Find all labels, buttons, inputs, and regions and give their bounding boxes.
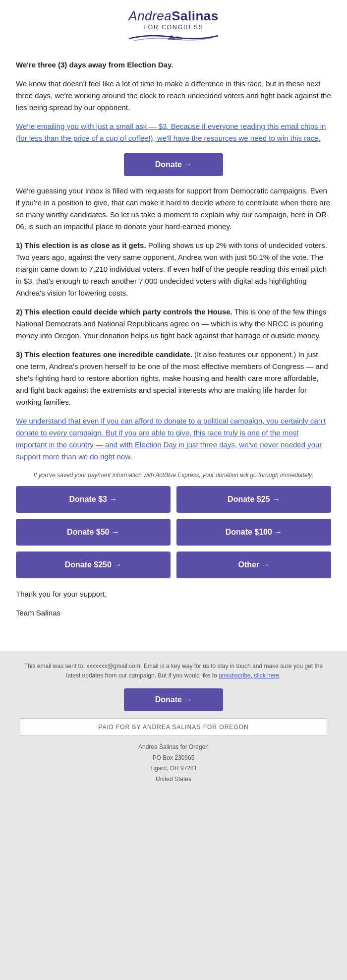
address-line2: PO Box 230965 xyxy=(20,753,327,764)
point3: 3) This election features one incredible… xyxy=(16,349,331,408)
address-line3: Tigard, OR 97281 xyxy=(20,763,327,774)
footer: This email was sent to: xxxxxxx@gmail.co… xyxy=(0,651,347,792)
donate-50-button[interactable]: Donate $50 → xyxy=(16,519,171,546)
footer-address: Andrea Salinas for Oregon PO Box 230965 … xyxy=(20,742,327,785)
footer-donate-button[interactable]: Donate → xyxy=(124,688,223,711)
para2-em: where xyxy=(215,198,235,207)
email-wrapper: AndreaSalinas for Congress We're three (… xyxy=(0,0,347,792)
thanks-line1: Thank you for your support, xyxy=(16,588,331,600)
point3-bold: 3) This election features one incredible… xyxy=(16,350,192,359)
logo: AndreaSalinas for Congress xyxy=(124,9,223,43)
donate-other-button[interactable]: Other → xyxy=(176,551,331,578)
link2-every: every xyxy=(49,429,67,437)
link2-para: We understand that even if you can affor… xyxy=(16,415,331,463)
logo-sub: for Congress xyxy=(124,24,223,31)
donate-grid: Donate $3 →Donate $25 →Donate $50 →Donat… xyxy=(16,486,331,578)
link2-anchor[interactable]: We understand that even if you can affor… xyxy=(16,417,326,461)
para2: We're guessing your inbox is filled with… xyxy=(16,185,331,233)
main-donate-button[interactable]: Donate → xyxy=(124,153,223,176)
footer-note-text: This email was sent to: xxxxxxx@gmail.co… xyxy=(24,663,323,679)
address-line4: United States xyxy=(20,774,327,785)
address-line1: Andrea Salinas for Oregon xyxy=(20,742,327,753)
point1: 1) This election is as close as it gets.… xyxy=(16,240,331,299)
point2: 2) This election could decide which part… xyxy=(16,306,331,342)
donate-100-button[interactable]: Donate $100 → xyxy=(176,519,331,546)
header: AndreaSalinas for Congress xyxy=(0,0,347,48)
thanks-line2: Team Salinas xyxy=(16,607,331,619)
footer-donate-wrap: Donate → xyxy=(20,688,327,711)
footer-note: This email was sent to: xxxxxxx@gmail.co… xyxy=(20,662,327,680)
point1-bold: 1) This election is as close as it gets. xyxy=(16,241,146,249)
point2-bold: 2) This election could decide which part… xyxy=(16,307,232,316)
unsubscribe-link[interactable]: unsubscribe, click here xyxy=(219,672,279,679)
paid-for-box: PAID FOR BY ANDREA SALINAS FOR OREGON xyxy=(20,718,327,736)
donate-link[interactable]: We're emailing you with just a small ask… xyxy=(16,122,326,142)
main-donate-btn-wrap: Donate → xyxy=(16,153,331,176)
logo-name: AndreaSalinas xyxy=(124,9,223,23)
main-content: We're three (3) days away from Election … xyxy=(0,48,347,631)
donate-3-button[interactable]: Donate $3 → xyxy=(16,486,171,513)
logo-swoosh xyxy=(124,33,223,43)
actblue-note: If you've saved your payment information… xyxy=(16,471,331,480)
thanks-section: Thank you for your support, Team Salinas xyxy=(16,588,331,619)
link-para: We're emailing you with just a small ask… xyxy=(16,121,331,144)
bold-heading: We're three (3) days away from Election … xyxy=(16,59,331,71)
para1: We know that doesn't feel like a lot of … xyxy=(16,78,331,114)
logo-salinas: Salinas xyxy=(172,8,219,23)
donate-250-button[interactable]: Donate $250 → xyxy=(16,551,171,578)
donate-25-button[interactable]: Donate $25 → xyxy=(176,486,331,513)
logo-andrea: Andrea xyxy=(128,8,172,23)
